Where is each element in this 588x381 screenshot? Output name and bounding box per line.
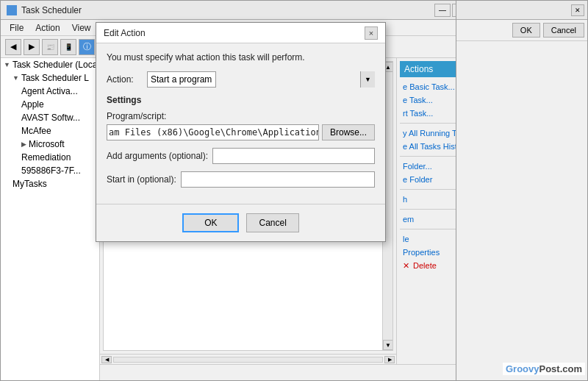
start-in-label: Start in (optional): bbox=[107, 174, 176, 185]
watermark-text2: Post.com bbox=[539, 363, 582, 374]
start-in-row: Start in (optional): bbox=[107, 171, 375, 188]
dialog-close-button[interactable]: × bbox=[365, 26, 378, 40]
program-field-label: Program/script: bbox=[107, 111, 375, 121]
settings-label: Settings bbox=[107, 95, 375, 105]
program-text-normal: am Files (x86)\Google\Chrome\Application… bbox=[107, 127, 319, 138]
dialog-body: You must specify what action this task w… bbox=[96, 43, 385, 204]
action-row: Action: Start a program ▼ bbox=[107, 71, 375, 88]
dialog-titlebar: Edit Action × bbox=[96, 23, 385, 43]
dialog-description: You must specify what action this task w… bbox=[107, 52, 375, 63]
action-select[interactable]: Start a program bbox=[147, 71, 216, 88]
add-args-row: Add arguments (optional): bbox=[107, 148, 375, 164]
dialog-title: Edit Action bbox=[104, 28, 146, 38]
cancel-button[interactable]: Cancel bbox=[246, 213, 298, 232]
start-in-input[interactable] bbox=[181, 171, 375, 188]
action-label: Action: bbox=[107, 74, 147, 85]
add-args-input[interactable] bbox=[212, 148, 375, 164]
browse-button[interactable]: Browse... bbox=[322, 124, 375, 140]
dialog-footer: OK Cancel bbox=[96, 204, 385, 241]
program-input-display[interactable]: am Files (x86)\Google\Chrome\Application… bbox=[107, 124, 319, 140]
edit-action-dialog: Edit Action × You must specify what acti… bbox=[96, 22, 386, 242]
ok-button[interactable]: OK bbox=[182, 213, 239, 232]
add-args-label: Add arguments (optional): bbox=[107, 151, 208, 161]
watermark-text1: Groovy bbox=[506, 363, 539, 374]
select-arrow-icon: ▼ bbox=[360, 71, 375, 88]
program-input-row: am Files (x86)\Google\Chrome\Application… bbox=[107, 124, 375, 140]
dialog-overlay: Edit Action × You must specify what acti… bbox=[0, 0, 588, 381]
watermark: GroovyPost.com bbox=[503, 363, 585, 375]
action-select-wrapper: Start a program ▼ bbox=[147, 71, 375, 88]
